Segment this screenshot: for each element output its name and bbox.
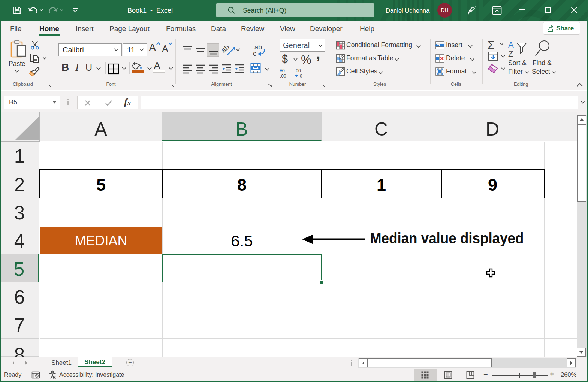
- svg-text:Z: Z: [508, 49, 513, 58]
- svg-text:.00: .00: [295, 68, 301, 73]
- svg-text:0: 0: [282, 68, 285, 73]
- svg-text:A: A: [508, 41, 514, 49]
- svg-text:c: c: [253, 50, 256, 57]
- svg-text:0: 0: [300, 73, 302, 79]
- svg-text:.00: .00: [280, 73, 286, 79]
